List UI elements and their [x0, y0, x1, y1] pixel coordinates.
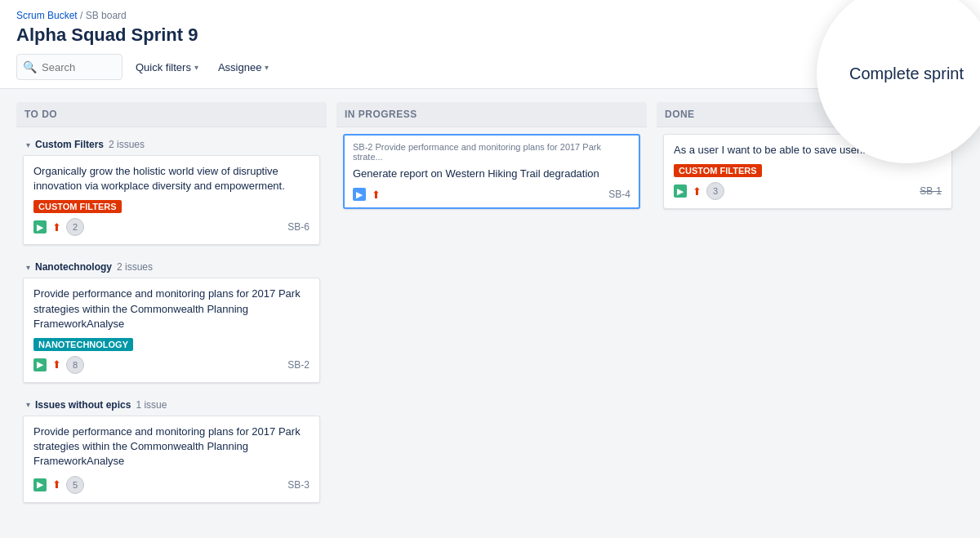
chevron-down-icon: ▾ [265, 63, 269, 72]
epic-name: Custom Filters [35, 139, 104, 150]
card-title: Provide performance and monitoring plans… [33, 425, 310, 469]
chevron-down-icon: ▾ [194, 63, 198, 72]
epic-name: Issues without epics [35, 399, 131, 411]
breadcrumb-project[interactable]: Scrum Bucket [16, 10, 78, 21]
priority-icon: ⬆ [690, 185, 703, 198]
card-sb3[interactable]: Provide performance and monitoring plans… [23, 416, 320, 503]
inprogress-title-preview: Provide performance and monitoring plans… [353, 142, 601, 162]
column-body-inprogress: SB-2 Provide performance and monitoring … [336, 127, 647, 520]
sprint-title: Alpha Squad Sprint 9 [16, 24, 198, 46]
card-ref: SB-3 [287, 479, 310, 491]
story-icon: ▶ [353, 188, 366, 201]
avatar: 5 [66, 476, 84, 494]
card-footer: ▶ ⬆ SB-4 [353, 188, 630, 201]
epic-header-custom-filters[interactable]: ▾ Custom Filters 2 issues [23, 134, 320, 155]
breadcrumb-separator: / [80, 10, 86, 21]
epic-header-nanotechnology[interactable]: ▾ Nanotechnology 2 issues [23, 256, 320, 278]
column-body-done: As a user I want to be able to save user… [657, 127, 959, 520]
avatar: 8 [66, 356, 84, 374]
card-left: ▶ ⬆ 2 [33, 218, 84, 236]
assignee-filter-button[interactable]: Assignee ▾ [212, 56, 275, 78]
column-inprogress: IN PROGRESS SB-2 Provide performance and… [336, 102, 647, 520]
search-icon: 🔍 [23, 60, 37, 73]
epic-name: Nanotechnology [35, 261, 112, 273]
chevron-icon: ▾ [26, 140, 30, 149]
priority-icon: ⬆ [369, 188, 382, 201]
card-ref: SB-6 [287, 221, 310, 233]
card-sb6[interactable]: Organically grow the holistic world view… [23, 155, 320, 245]
inprogress-ref-id: SB-2 [353, 142, 372, 152]
board: TO DO ▾ Custom Filters 2 issues Organica… [0, 89, 980, 533]
epic-header-no-epics[interactable]: ▾ Issues without epics 1 issue [23, 394, 320, 416]
chevron-icon: ▾ [26, 400, 30, 409]
priority-icon: ⬆ [50, 220, 63, 233]
card-title: Generate report on Western Hiking Trail … [353, 167, 630, 181]
breadcrumb: Scrum Bucket / SB board [16, 10, 964, 21]
card-title: Organically grow the holistic world view… [33, 164, 310, 193]
card-tag-custom: CUSTOM FILTERS [674, 164, 762, 177]
story-icon: ▶ [33, 220, 47, 233]
card-left: ▶ ⬆ 5 [33, 476, 84, 494]
epic-count: 2 issues [117, 261, 153, 273]
story-icon: ▶ [33, 358, 47, 371]
epic-group-nanotechnology: ▾ Nanotechnology 2 issues Provide perfor… [23, 256, 320, 388]
epic-count: 2 issues [109, 139, 145, 150]
card-tag-nanotechnology: NANOTECHNOLOGY [33, 338, 133, 351]
card-footer: ▶ ⬆ 5 SB-3 [33, 476, 310, 494]
column-header-todo: TO DO [16, 102, 327, 127]
card-footer: ▶ ⬆ 8 SB-2 [33, 356, 310, 374]
card-title: Provide performance and monitoring plans… [33, 287, 310, 331]
epic-group-custom-filters: ▾ Custom Filters 2 issues Organically gr… [23, 134, 320, 250]
breadcrumb-board: SB board [86, 10, 127, 21]
avatar: 3 [706, 182, 724, 200]
column-todo: TO DO ▾ Custom Filters 2 issues Organica… [16, 102, 327, 520]
card-inprogress-sb4[interactable]: SB-2 Provide performance and monitoring … [343, 134, 640, 209]
complete-sprint-label: Complete sprint [849, 64, 964, 83]
card-left: ▶ ⬆ 8 [33, 356, 84, 374]
chevron-icon: ▾ [26, 263, 30, 272]
inprogress-ref-preview: SB-2 Provide performance and monitoring … [353, 142, 630, 162]
assignee-label: Assignee [218, 61, 261, 73]
search-wrap: 🔍 [16, 54, 122, 80]
quick-filters-button[interactable]: Quick filters ▾ [129, 56, 205, 78]
card-ref: SB-4 [608, 189, 630, 200]
column-body-todo: ▾ Custom Filters 2 issues Organically gr… [16, 127, 327, 520]
card-tag-custom-filters: CUSTOM FILTERS [33, 200, 122, 213]
epic-count: 1 issue [136, 399, 167, 411]
epic-group-nano-inprogress: SB-2 Provide performance and monitoring … [343, 134, 640, 214]
column-done: DONE As a user I want to be able to save… [657, 102, 959, 520]
card-ref-done: SB-1 [920, 185, 942, 197]
priority-icon: ⬆ [50, 358, 63, 371]
card-ref: SB-2 [287, 359, 310, 371]
story-icon: ▶ [33, 478, 47, 491]
card-footer: ▶ ⬆ 2 SB-6 [33, 218, 310, 236]
epic-group-no-epics: ▾ Issues without epics 1 issue Provide p… [23, 394, 320, 508]
card-sb2[interactable]: Provide performance and monitoring plans… [23, 278, 320, 383]
card-left: ▶ ⬆ [353, 188, 382, 201]
card-left: ▶ ⬆ 3 [674, 182, 724, 200]
story-icon: ▶ [674, 185, 687, 198]
quick-filters-label: Quick filters [136, 61, 191, 73]
priority-icon: ⬆ [50, 478, 63, 491]
column-header-inprogress: IN PROGRESS [336, 102, 647, 127]
card-footer: ▶ ⬆ 3 SB-1 [674, 182, 942, 200]
avatar: 2 [66, 218, 84, 236]
